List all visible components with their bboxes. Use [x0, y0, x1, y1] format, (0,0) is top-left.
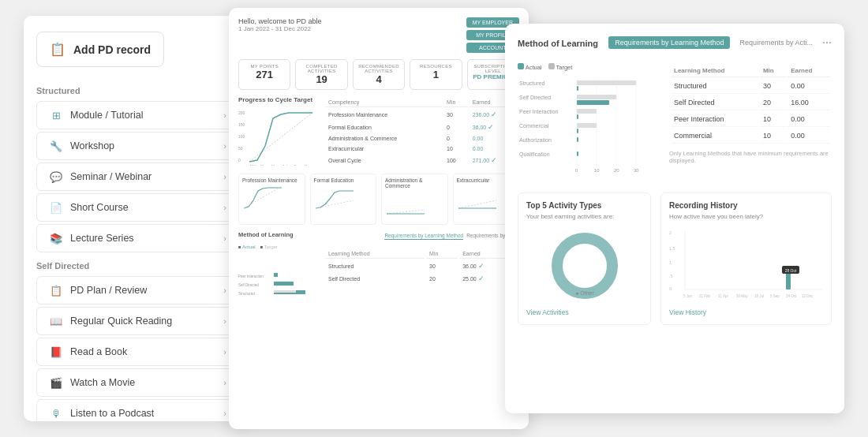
svg-text:12 Dec: 12 Dec	[802, 294, 814, 298]
svg-rect-20	[274, 290, 296, 293]
stat-completed: COMPLETED ACTIVITIES 19	[295, 59, 347, 90]
item-short-course[interactable]: 📄Short Course ›	[36, 193, 240, 222]
donut-chart-svg: ● Other	[549, 230, 620, 301]
item-seminar[interactable]: 💬Seminar / Webinar ›	[36, 162, 240, 191]
method-of-learning-content: Actual Target Structured Self Directed P…	[518, 63, 832, 181]
comp-header-min: Min	[443, 98, 468, 107]
svg-text:28 Oct: 28 Oct	[785, 268, 797, 273]
legend-actual: Actual	[518, 63, 542, 71]
chevron-icon: ›	[223, 233, 226, 243]
bottom-panels: Top 5 Activity Types Your best earning a…	[518, 192, 832, 325]
item-lecture-series[interactable]: 📚Lecture Series ›	[36, 224, 240, 252]
svg-text:Structured: Structured	[519, 80, 544, 86]
book-icon: 📕	[50, 345, 62, 358]
right-table-earned: 0.00	[788, 112, 830, 127]
view-activities-link[interactable]: View Activities	[526, 308, 642, 316]
comp-name: Extracurricular	[325, 144, 442, 153]
svg-rect-46	[577, 151, 578, 156]
chevron-icon: ›	[223, 141, 226, 151]
right-table-earned: 16.00	[788, 95, 830, 110]
item-workshop[interactable]: 🔧Workshop ›	[36, 132, 240, 160]
add-pd-button[interactable]: 📋 Add PD record	[36, 32, 164, 67]
svg-line-15	[458, 200, 496, 208]
note-text: Only Learning Methods that have minimum …	[669, 150, 832, 164]
mini-chart-admin: Administration & Commerce	[381, 174, 448, 225]
stat-points-value: 271	[244, 69, 285, 80]
right-table-header-earned: Earned	[788, 65, 830, 77]
svg-text:5 Jan: 5 Jan	[683, 294, 693, 298]
mini-chart-svg	[385, 190, 444, 218]
stat-resources: RESOURCES 1	[410, 59, 462, 90]
seminar-icon: 💬	[50, 170, 62, 183]
svg-text:May: May	[271, 165, 279, 166]
svg-text:30 May: 30 May	[736, 294, 749, 298]
movie-icon: 🎬	[50, 376, 62, 389]
stat-recommended: RECOMMENDED ACTIVITIES 4	[353, 59, 405, 90]
bar-chart-legend: Actual Target	[518, 63, 660, 71]
svg-text:200: 200	[238, 110, 245, 115]
svg-text:Structured: Structured	[238, 292, 255, 296]
svg-text:Sep: Sep	[294, 165, 301, 166]
mini-chart-svg	[242, 185, 301, 212]
comp-row: Extracurricular 10 0.00	[325, 144, 518, 153]
item-podcast[interactable]: 🎙Listen to a Podcast ›	[36, 399, 240, 421]
method-section-title: Method of Learning	[238, 231, 294, 238]
item-label: Regular Quick Reading	[70, 316, 172, 327]
svg-text:Authorization: Authorization	[519, 137, 552, 143]
svg-text:Mar: Mar	[260, 165, 267, 166]
right-table-row: Structured 30 0.00	[671, 79, 830, 94]
section-structured: Structured	[24, 80, 253, 99]
stat-completed-value: 19	[301, 73, 342, 85]
comp-min: 0	[443, 134, 468, 143]
comp-min: 100	[443, 155, 468, 166]
recording-title: Recording History	[669, 201, 823, 210]
method-row: Self Directed 20 25.00 ✓	[325, 273, 518, 284]
comp-row: Profession Maintenance 30 236.00 ✓	[325, 109, 518, 120]
chevron-icon: ›	[223, 409, 226, 418]
tab-learning-method[interactable]: Requirements by Learning Method	[608, 36, 730, 49]
right-table-min: 20	[760, 95, 786, 110]
chevron-icon: ›	[223, 316, 226, 326]
mini-chart-formal: Formal Education	[310, 174, 377, 225]
item-pd-plan[interactable]: 📋PD Plan / Review ›	[36, 276, 240, 304]
stat-completed-label: COMPLETED ACTIVITIES	[301, 64, 342, 73]
method-header-name: Learning Method	[325, 249, 425, 259]
module-icon: ⊞	[50, 109, 62, 121]
item-label: Module / Tutorial	[70, 110, 143, 121]
recording-history-panel: Recording History How active have you be…	[660, 192, 832, 325]
chevron-icon: ›	[223, 172, 226, 181]
tab-requirements-learning[interactable]: Requirements by Learning Method	[384, 233, 463, 240]
method-bar-chart: Structured Self Directed Peer Interactio…	[238, 252, 317, 299]
item-regular-quick-reading[interactable]: 📖Regular Quick Reading ›	[36, 307, 240, 335]
pd-plan-icon: 📋	[50, 284, 62, 297]
dashboard-greeting: Hello, welcome to PD able	[238, 17, 322, 25]
method-name: Structured	[325, 260, 425, 271]
recording-chart-svg: 2 1.5 1 .5 0 5 Jan 21 Feb 11 Apr 30 May …	[669, 226, 823, 301]
stats-row: MY POINTS 271 COMPLETED ACTIVITIES 19 RE…	[238, 59, 519, 90]
item-module-tutorial[interactable]: ⊞Module / Tutorial ›	[36, 101, 240, 129]
item-label: Read a Book	[70, 346, 127, 357]
comp-row: Administration & Commerce 0 0.00	[325, 134, 518, 143]
bar-chart-area: Actual Target Structured Self Directed P…	[518, 63, 660, 181]
svg-line-12	[244, 186, 282, 208]
item-watch-movie[interactable]: 🎬Watch a Movie ›	[36, 368, 240, 397]
right-table-row: Commercial 10 0.00	[671, 129, 830, 144]
tab-activity[interactable]: Requirements by Acti...	[733, 36, 819, 49]
comp-name: Overall Cycle	[325, 155, 442, 166]
svg-text:JAN: JAN	[249, 165, 256, 166]
comp-min: 0	[443, 121, 468, 133]
view-history-link[interactable]: View History	[669, 308, 823, 316]
chevron-icon: ›	[223, 110, 226, 120]
svg-rect-38	[577, 86, 578, 91]
right-table-method: Peer Interaction	[671, 112, 758, 127]
method-min: 30	[426, 260, 458, 271]
mini-chart-title: Profession Maintenance	[242, 177, 301, 183]
more-options[interactable]: ⋯	[822, 37, 832, 48]
svg-text:Commercial: Commercial	[519, 123, 549, 129]
svg-text:5 Sep: 5 Sep	[770, 294, 780, 298]
right-tabs-header: Requirements by Learning Method Requirem…	[608, 36, 832, 49]
svg-text:10: 10	[594, 168, 600, 173]
comp-name: Administration & Commerce	[325, 134, 442, 143]
item-read-book[interactable]: 📕Read a Book ›	[36, 338, 240, 366]
svg-text:Jul: Jul	[282, 165, 287, 166]
